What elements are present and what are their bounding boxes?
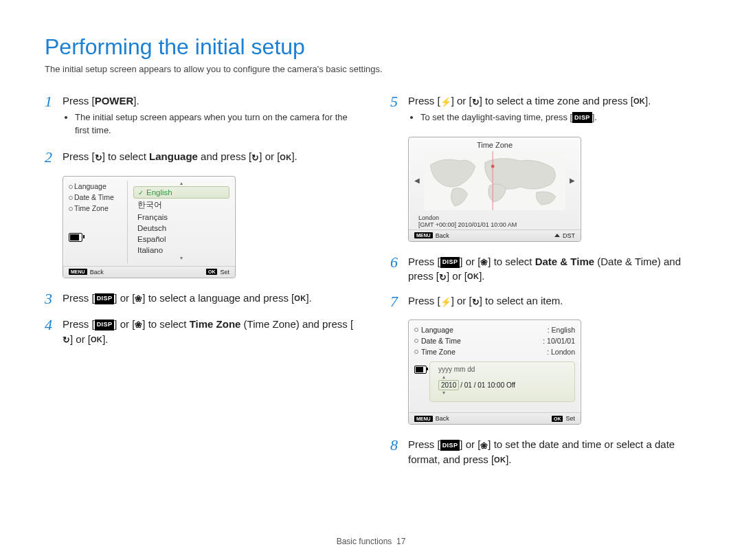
- disp-icon: DISP: [440, 440, 460, 451]
- step-body: Press [DISP] or [❀] to set the date and …: [408, 437, 704, 467]
- ok-icon: OK: [294, 294, 306, 304]
- step-body: Press [⚡] or [↻] to select a time zone a…: [408, 93, 704, 127]
- bullet: The initial setup screen appears when yo…: [75, 111, 359, 137]
- date-entry-panel: yyyy mm dd ▴ 2010 / 01 / 01 10:00 Off ▾: [429, 361, 575, 402]
- screen-footer: MENUBack DST: [409, 229, 581, 241]
- language-option: Español: [133, 234, 229, 245]
- ok-icon: OK: [467, 272, 479, 282]
- step-body: Press [DISP] or [❀] to select Date & Tim…: [408, 254, 704, 284]
- timer-icon: ↻: [251, 153, 259, 162]
- year-selected: 2010: [438, 380, 459, 390]
- date-values: 2010 / 01 / 01 10:00 Off: [436, 380, 569, 390]
- step-1: 1 Press [POWER]. The initial setup scree…: [45, 93, 359, 139]
- flash-icon: ⚡: [440, 297, 451, 306]
- world-map: [424, 151, 565, 210]
- step-number: 4: [45, 317, 63, 347]
- bullet: To set the daylight-saving time, press […: [420, 111, 704, 124]
- flower-icon: ❀: [135, 294, 142, 304]
- battery-icon: [414, 366, 427, 374]
- left-column: 1 Press [POWER]. The initial setup scree…: [45, 93, 359, 477]
- page-title: Performing the initial setup: [45, 34, 704, 60]
- timer-icon: ↻: [472, 297, 480, 306]
- language-option: Français: [133, 212, 229, 223]
- flower-icon: ❀: [480, 258, 488, 267]
- menu-tag: MENU: [414, 232, 433, 238]
- ok-tag: OK: [206, 269, 218, 275]
- language-list: ▴ English 한국어 Français Deutsch Español I…: [127, 181, 229, 263]
- timer-icon: ↻: [472, 97, 480, 107]
- timezone-info: London [GMT +00:00] 2010/01/01 10:00 AM: [409, 213, 581, 229]
- menu-left: Language Date & Time Time Zone: [69, 181, 127, 263]
- menu-tag: MENU: [414, 416, 433, 422]
- timezone-title: Time Zone: [409, 137, 581, 151]
- timezone-screen: Time Zone ◀: [408, 137, 581, 242]
- menu-tag: MENU: [69, 269, 87, 275]
- step-2: 2 Press [↻] to select Language and press…: [45, 149, 359, 166]
- flash-icon: ⚡: [440, 97, 451, 107]
- menu-item: Time Zone: [69, 203, 127, 214]
- flower-icon: ❀: [135, 320, 142, 330]
- left-arrow-icon: ◀: [414, 177, 420, 184]
- menu-item: Language: [69, 181, 127, 192]
- language-option: 한국어: [133, 199, 229, 212]
- step-number: 7: [390, 293, 408, 310]
- step-number: 2: [45, 149, 63, 166]
- step-body: Press [DISP] or [❀] to select Time Zone …: [63, 317, 359, 347]
- page-subtitle: The initial setup screen appears to allo…: [45, 64, 704, 74]
- scroll-up-icon: ▴: [133, 181, 229, 186]
- settings-row: Date & Time: 10/01/01: [414, 335, 575, 346]
- ok-icon: OK: [91, 335, 102, 345]
- language-option: Italiano: [133, 245, 229, 256]
- step-number: 6: [390, 254, 408, 284]
- step-5: 5 Press [⚡] or [↻] to select a time zone…: [390, 93, 704, 127]
- timer-icon: ↻: [95, 153, 102, 162]
- step-body: Press [DISP] or [❀] to select a language…: [63, 291, 359, 307]
- disp-icon: DISP: [95, 293, 115, 304]
- screen-footer: MENUBack OKSet: [409, 412, 581, 424]
- settings-row: Language: English: [414, 324, 575, 335]
- ok-tag: OK: [552, 416, 563, 422]
- disp-icon: DISP: [95, 320, 115, 331]
- step-8: 8 Press [DISP] or [❀] to set the date an…: [390, 437, 704, 467]
- ok-icon: OK: [494, 456, 506, 465]
- step-7: 7 Press [⚡] or [↻] to select an item.: [390, 293, 704, 310]
- svg-point-1: [491, 164, 495, 168]
- ok-icon: OK: [633, 97, 645, 107]
- battery-icon: [69, 233, 82, 242]
- step-3: 3 Press [DISP] or [❀] to select a langua…: [45, 291, 359, 307]
- timer-icon: ↻: [63, 335, 70, 345]
- flower-icon: ❀: [480, 440, 488, 450]
- menu-item: Date & Time: [69, 192, 127, 203]
- step-number: 8: [390, 437, 408, 467]
- right-arrow-icon: ▶: [570, 177, 575, 184]
- page-footer: Basic functions 17: [0, 537, 742, 546]
- disp-icon: DISP: [440, 257, 460, 268]
- scroll-up-icon: ▴: [436, 374, 569, 380]
- date-format: yyyy mm dd: [436, 366, 569, 373]
- scroll-down-icon: ▾: [436, 390, 569, 396]
- language-option: English: [133, 186, 229, 199]
- step-number: 5: [390, 93, 408, 127]
- timer-icon: ↻: [439, 272, 447, 282]
- ok-icon: OK: [280, 153, 291, 162]
- right-column: 5 Press [⚡] or [↻] to select a time zone…: [390, 93, 704, 477]
- step-body: Press [↻] to select Language and press […: [63, 149, 359, 166]
- language-screen: Language Date & Time Time Zone ▴ English…: [63, 176, 236, 278]
- step-6: 6 Press [DISP] or [❀] to select Date & T…: [390, 254, 704, 284]
- manual-page: Performing the initial setup The initial…: [0, 0, 742, 491]
- step-body: Press [POWER]. The initial setup screen …: [63, 93, 359, 139]
- settings-rows: Language: English Date & Time: 10/01/01 …: [414, 324, 575, 357]
- two-columns: 1 Press [POWER]. The initial setup scree…: [45, 93, 704, 477]
- step-number: 1: [45, 93, 63, 139]
- settings-row: Time Zone: London: [414, 346, 575, 357]
- step-body: Press [⚡] or [↻] to select an item.: [408, 293, 704, 310]
- up-arrow-icon: [554, 234, 560, 237]
- datetime-screen: Language: English Date & Time: 10/01/01 …: [408, 320, 581, 425]
- disp-icon: DISP: [572, 112, 592, 123]
- step-4: 4 Press [DISP] or [❀] to select Time Zon…: [45, 317, 359, 347]
- screen-footer: MENUBack OKSet: [63, 266, 235, 278]
- language-option: Deutsch: [133, 223, 229, 234]
- scroll-down-icon: ▾: [133, 256, 229, 261]
- step-number: 3: [45, 291, 63, 307]
